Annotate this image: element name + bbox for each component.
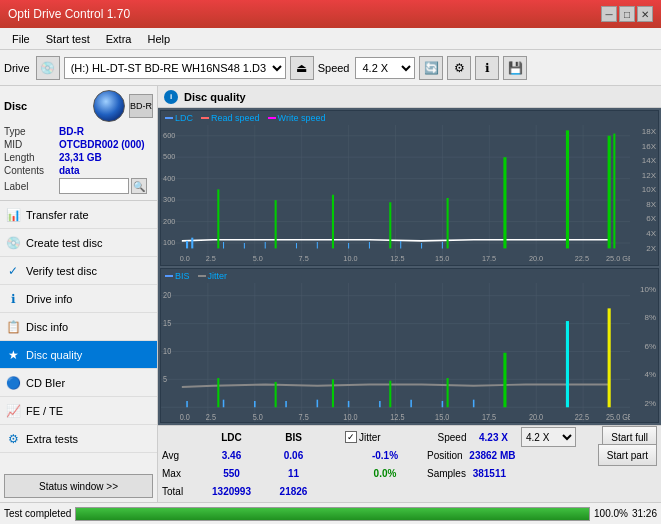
menu-extra[interactable]: Extra: [98, 31, 140, 47]
svg-text:17.5: 17.5: [482, 412, 497, 422]
progress-bar: [76, 508, 589, 520]
legend-read-label: Read speed: [211, 113, 260, 123]
max-label: Max: [162, 468, 197, 479]
svg-text:15: 15: [163, 318, 172, 328]
disc-mid-row: MID OTCBDR002 (000): [4, 139, 153, 150]
svg-text:17.5: 17.5: [482, 254, 496, 263]
svg-text:500: 500: [163, 152, 175, 161]
extra-tests-icon: ⚙: [6, 432, 20, 446]
svg-text:5.0: 5.0: [253, 254, 263, 263]
bottom-chart-right-axis: 10% 8% 6% 4% 2%: [630, 283, 658, 423]
stats-bar: LDC BIS ✓ Jitter Speed 4.23 X 4.2 X Star…: [158, 425, 661, 502]
svg-text:0.0: 0.0: [180, 254, 190, 263]
menu-bar: File Start test Extra Help: [0, 28, 661, 50]
ldc-chart-svg-container: 600 500 400 300 200 100: [161, 125, 658, 265]
status-text: Test completed: [4, 508, 71, 519]
disc-label-btn[interactable]: 🔍: [131, 178, 147, 194]
status-window-button[interactable]: Status window >>: [4, 474, 153, 498]
status-bar: Test completed 100.0% 31:26: [0, 502, 661, 524]
save-button[interactable]: 💾: [503, 56, 527, 80]
speed-select[interactable]: 4.2 X: [355, 57, 415, 79]
bis-chart-svg: 20 15 10 5: [161, 283, 630, 423]
total-ldc: 1320993: [199, 486, 264, 497]
drive-select[interactable]: (H:) HL-DT-ST BD-RE WH16NS48 1.D3: [64, 57, 286, 79]
sidebar-item-disc-info[interactable]: 📋 Disc info: [0, 313, 157, 341]
legend-ldc-label: LDC: [175, 113, 193, 123]
svg-text:10.0: 10.0: [343, 254, 357, 263]
jitter-checkbox-area[interactable]: ✓ Jitter: [345, 431, 425, 443]
legend-write: Write speed: [268, 113, 326, 123]
samples-area: Samples 381511: [427, 468, 517, 479]
bis-legend: BIS Jitter: [161, 269, 658, 283]
cd-bier-icon: 🔵: [6, 376, 20, 390]
settings-button[interactable]: ⚙: [447, 56, 471, 80]
disc-label-input[interactable]: [59, 178, 129, 194]
disc-type-icon: BD-R: [129, 94, 153, 118]
sidebar-label-extra-tests: Extra tests: [26, 433, 78, 445]
disc-contents-value: data: [59, 165, 80, 176]
speed-value: 4.23 X: [479, 432, 519, 443]
sidebar-item-drive-info[interactable]: ℹ Drive info: [0, 285, 157, 313]
svg-text:400: 400: [163, 174, 175, 183]
bis-chart: BIS Jitter: [160, 268, 659, 424]
legend-bis: BIS: [165, 271, 190, 281]
menu-file[interactable]: File: [4, 31, 38, 47]
svg-text:22.5: 22.5: [575, 412, 590, 422]
svg-text:20.0: 20.0: [529, 254, 543, 263]
svg-text:12.5: 12.5: [390, 254, 404, 263]
close-button[interactable]: ✕: [637, 6, 653, 22]
progress-container: [75, 507, 590, 521]
info-button[interactable]: ℹ: [475, 56, 499, 80]
sidebar-label-verify-test-disc: Verify test disc: [26, 265, 97, 277]
sidebar-item-extra-tests[interactable]: ⚙ Extra tests: [0, 425, 157, 453]
avg-jitter: -0.1%: [345, 450, 425, 461]
disc-length-row: Length 23,31 GB: [4, 152, 153, 163]
sidebar-label-disc-quality: Disc quality: [26, 349, 82, 361]
legend-read: Read speed: [201, 113, 260, 123]
sidebar-label-fe-te: FE / TE: [26, 405, 63, 417]
sidebar-item-transfer-rate[interactable]: 📊 Transfer rate: [0, 201, 157, 229]
avg-label: Avg: [162, 450, 197, 461]
create-test-disc-icon: 💿: [6, 236, 20, 250]
menu-start-test[interactable]: Start test: [38, 31, 98, 47]
elapsed-time: 31:26: [632, 508, 657, 519]
disc-quality-title: Disc quality: [184, 91, 246, 103]
read-dot: [201, 117, 209, 119]
speed-display-select[interactable]: 4.2 X: [521, 427, 576, 447]
max-bis: 11: [266, 468, 321, 479]
svg-text:25.0 GB: 25.0 GB: [606, 254, 630, 263]
jitter-dot: [198, 275, 206, 277]
svg-text:7.5: 7.5: [299, 412, 310, 422]
svg-text:7.5: 7.5: [299, 254, 309, 263]
svg-text:22.5: 22.5: [575, 254, 589, 263]
svg-text:10: 10: [163, 346, 172, 356]
jitter-checkbox[interactable]: ✓: [345, 431, 357, 443]
start-part-button[interactable]: Start part: [598, 444, 657, 466]
drive-icon-btn[interactable]: 💿: [36, 56, 60, 80]
sidebar-item-cd-bier[interactable]: 🔵 CD BIer: [0, 369, 157, 397]
sidebar-item-disc-quality[interactable]: ★ Disc quality: [0, 341, 157, 369]
sidebar-item-fe-te[interactable]: 📈 FE / TE: [0, 397, 157, 425]
legend-jitter-label: Jitter: [208, 271, 228, 281]
sidebar-label-cd-bier: CD BIer: [26, 377, 65, 389]
svg-text:20: 20: [163, 290, 172, 300]
minimize-button[interactable]: ─: [601, 6, 617, 22]
total-bis: 21826: [266, 486, 321, 497]
sidebar-item-create-test-disc[interactable]: 💿 Create test disc: [0, 229, 157, 257]
sidebar-label-disc-info: Disc info: [26, 321, 68, 333]
svg-text:600: 600: [163, 131, 175, 140]
maximize-button[interactable]: □: [619, 6, 635, 22]
legend-bis-label: BIS: [175, 271, 190, 281]
content-area: i Disc quality LDC Read speed: [158, 86, 661, 502]
legend-ldc: LDC: [165, 113, 193, 123]
svg-text:0.0: 0.0: [180, 412, 191, 422]
disc-contents-label: Contents: [4, 165, 59, 176]
refresh-button[interactable]: 🔄: [419, 56, 443, 80]
sidebar-item-verify-test-disc[interactable]: ✓ Verify test disc: [0, 257, 157, 285]
ldc-chart: LDC Read speed Write speed: [160, 110, 659, 266]
disc-header: Disc BD-R: [4, 90, 153, 122]
transfer-rate-icon: 📊: [6, 208, 20, 222]
menu-help[interactable]: Help: [139, 31, 178, 47]
eject-button[interactable]: ⏏: [290, 56, 314, 80]
disc-contents-row: Contents data: [4, 165, 153, 176]
